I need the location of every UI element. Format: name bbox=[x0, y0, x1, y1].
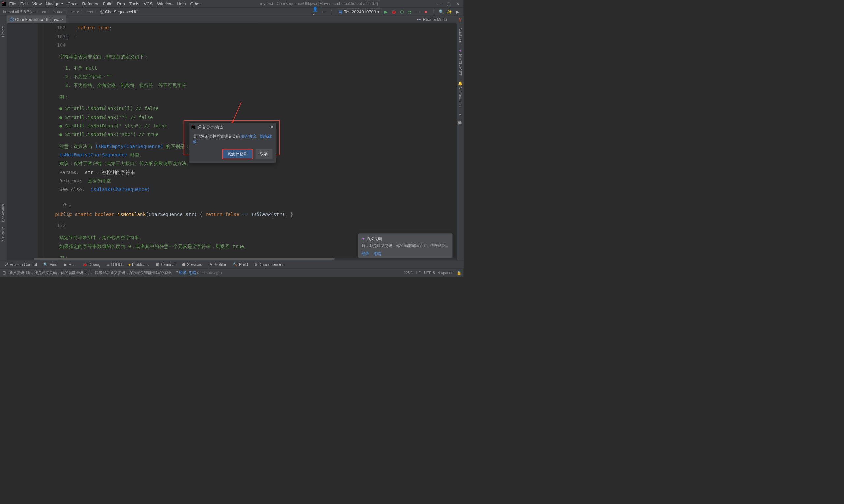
menu-build[interactable]: Build bbox=[101, 0, 115, 7]
chevron-down-icon[interactable]: ⌄ bbox=[445, 244, 449, 248]
cancel-button[interactable]: 取消 bbox=[256, 149, 273, 159]
menu-help[interactable]: Help bbox=[175, 0, 188, 7]
file-tab-label: CharSequenceUtil.java bbox=[15, 17, 60, 22]
tool-terminal[interactable]: ▣ Terminal bbox=[153, 262, 177, 268]
coverage-icon[interactable]: ⬡ bbox=[399, 8, 405, 15]
readonly-lock-icon[interactable]: 🔒 bbox=[457, 271, 461, 275]
tool-debug[interactable]: 🐞 Debug bbox=[81, 262, 102, 268]
tool-deps[interactable]: ⧉ Dependencies bbox=[253, 262, 286, 268]
tool-run[interactable]: ▶ Run bbox=[62, 262, 77, 268]
menu-window[interactable]: Window bbox=[155, 0, 174, 7]
branch-icon: ⎇ bbox=[4, 262, 8, 267]
status-ignore-link[interactable]: 忽略 bbox=[189, 271, 196, 275]
close-tab-icon[interactable]: × bbox=[61, 17, 64, 22]
glasses-icon: 👓 bbox=[416, 17, 421, 22]
override-icon[interactable]: @ bbox=[67, 212, 70, 217]
notif-login-link[interactable]: 登录 bbox=[362, 251, 369, 256]
ai-icon[interactable]: ✨ bbox=[446, 8, 453, 15]
doc-actions[interactable]: ⟳⌄ bbox=[63, 202, 71, 207]
editor-hscrollbar[interactable] bbox=[7, 257, 457, 260]
tool-structure[interactable]: Structure bbox=[0, 224, 6, 244]
tool-build[interactable]: 🔨 Build bbox=[231, 262, 249, 268]
chevron-down-icon: ▾ bbox=[378, 9, 380, 14]
vline: | bbox=[329, 8, 335, 15]
tool-notifications[interactable]: 🔔 Notifications bbox=[457, 81, 463, 107]
crumb-core[interactable]: core bbox=[71, 9, 81, 14]
crumb-text[interactable]: text bbox=[85, 9, 94, 14]
tool-problems[interactable]: Problems bbox=[127, 262, 151, 268]
stop-icon[interactable]: ■ bbox=[422, 8, 429, 15]
svg-rect-6 bbox=[192, 126, 193, 126]
menu-code[interactable]: Code bbox=[66, 0, 80, 7]
run-icon[interactable]: ▶ bbox=[383, 8, 389, 15]
notification-popup: ✦通义灵码 嗨，我是通义灵码，你的智能编码助手。快来登录⌄ 登录 忽略 bbox=[358, 233, 452, 259]
refresh-icon[interactable]: ⟳ bbox=[63, 202, 67, 207]
chevron-down-icon[interactable]: ⌄ bbox=[69, 202, 71, 207]
maximize-button[interactable]: ▢ bbox=[444, 0, 453, 7]
sparkle-icon: ✦ bbox=[362, 236, 365, 241]
tool-vcs[interactable]: ⎇Version Control bbox=[2, 262, 38, 268]
fold-end-icon[interactable]: ⌐ bbox=[75, 35, 77, 38]
crumb-cn[interactable]: cn bbox=[41, 9, 47, 14]
tool-project[interactable]: Project bbox=[0, 23, 6, 39]
editor-tabbar: ⓒ CharSequenceUtil.java × 👓 Reader Mode … bbox=[0, 16, 463, 23]
run-config-combo[interactable]: ▤ Test2024010703 ▾ bbox=[336, 8, 382, 15]
menu-run[interactable]: Run bbox=[115, 0, 126, 7]
tool-maven[interactable]: m bbox=[457, 18, 463, 22]
file-tab[interactable]: ⓒ CharSequenceUtil.java × bbox=[7, 16, 66, 24]
menu-view[interactable]: View bbox=[30, 0, 43, 7]
profile-icon[interactable]: ◔ bbox=[407, 8, 413, 15]
status-encoding[interactable]: UTF-8 bbox=[424, 271, 435, 275]
dialog-close-icon[interactable]: ✕ bbox=[270, 125, 274, 130]
debug-icon[interactable]: 🐞 bbox=[391, 8, 397, 15]
tool-find[interactable]: 🔍 Find bbox=[41, 262, 59, 268]
status-indent[interactable]: 4 spaces bbox=[438, 271, 453, 275]
doc-text: 字符串是否为非空白，非空白的定义如下： bbox=[59, 54, 149, 60]
status-caret-pos[interactable]: 105:1 bbox=[403, 271, 413, 275]
search-icon[interactable]: 🔍 bbox=[438, 8, 445, 15]
window-title: my-test - CharSequenceUtil.java [Maven: … bbox=[203, 1, 435, 6]
reader-mode-toggle[interactable]: 👓 Reader Mode bbox=[416, 17, 447, 22]
agree-login-button[interactable]: 同意并登录 bbox=[223, 150, 252, 159]
crumb-hutool[interactable]: hutool bbox=[52, 9, 66, 14]
menu-tools[interactable]: Tools bbox=[127, 0, 141, 7]
status-toggle-icon[interactable]: ▢ bbox=[2, 271, 6, 275]
scrollbar-thumb[interactable] bbox=[34, 258, 334, 259]
tool-todo[interactable]: ≡ TODO bbox=[105, 262, 124, 268]
menu-navigate[interactable]: Navigate bbox=[44, 0, 65, 7]
status-login-link[interactable]: 登录 bbox=[179, 271, 186, 275]
tool-nexchatgpt[interactable]: ✦ NexChatGPT bbox=[457, 48, 463, 76]
status-line-sep[interactable]: LF bbox=[416, 271, 421, 275]
codegeex-icon[interactable]: ▶ bbox=[454, 8, 461, 15]
attach-icon[interactable]: ⋯ bbox=[414, 8, 421, 15]
svg-line-3 bbox=[232, 102, 241, 123]
crumb-class[interactable]: ⓒ CharSequenceUtil bbox=[99, 9, 139, 14]
svg-rect-7 bbox=[192, 128, 193, 129]
line-number: 129 bbox=[44, 212, 66, 217]
user-icon[interactable]: 👤▾ bbox=[312, 8, 319, 15]
tool-profiler[interactable]: ◔ Profiler bbox=[207, 262, 228, 268]
tool-bookmarks[interactable]: Bookmarks bbox=[0, 202, 6, 224]
tos-link[interactable]: 服务协议 bbox=[240, 134, 256, 139]
run-config-icon: ▤ bbox=[338, 9, 343, 14]
menu-refactor[interactable]: Refactor bbox=[81, 0, 101, 7]
tool-database[interactable]: Database bbox=[457, 27, 463, 43]
left-tool-stripe: Project Bookmarks Structure bbox=[0, 23, 7, 268]
intellij-logo-icon bbox=[1, 1, 6, 6]
annotation-button-ring: 同意并登录 bbox=[222, 149, 253, 159]
crumb-jar[interactable]: hutool-all-5.6.7.jar bbox=[2, 9, 36, 14]
menu-vcs[interactable]: VCS bbox=[142, 0, 154, 7]
menu-file[interactable]: File bbox=[7, 0, 18, 7]
notif-ignore-link[interactable]: 忽略 bbox=[374, 251, 381, 256]
fold-icon[interactable]: ⊞ bbox=[75, 213, 77, 216]
tool-tongyi[interactable]: ✦ 通义灵码 bbox=[457, 112, 463, 119]
menu-other[interactable]: Other bbox=[188, 0, 203, 7]
close-window-button[interactable]: ✕ bbox=[454, 0, 462, 7]
menu-edit[interactable]: Edit bbox=[18, 0, 30, 7]
tool-services[interactable]: ⬢ Services bbox=[180, 262, 204, 268]
minimize-button[interactable]: — bbox=[435, 0, 444, 7]
right-tool-stripe: m Database ✦ NexChatGPT 🔔 Notifications … bbox=[457, 16, 464, 268]
intellij-small-icon bbox=[191, 125, 195, 129]
line-number: 103 bbox=[44, 34, 66, 39]
back-icon[interactable]: ↩ bbox=[321, 8, 327, 15]
